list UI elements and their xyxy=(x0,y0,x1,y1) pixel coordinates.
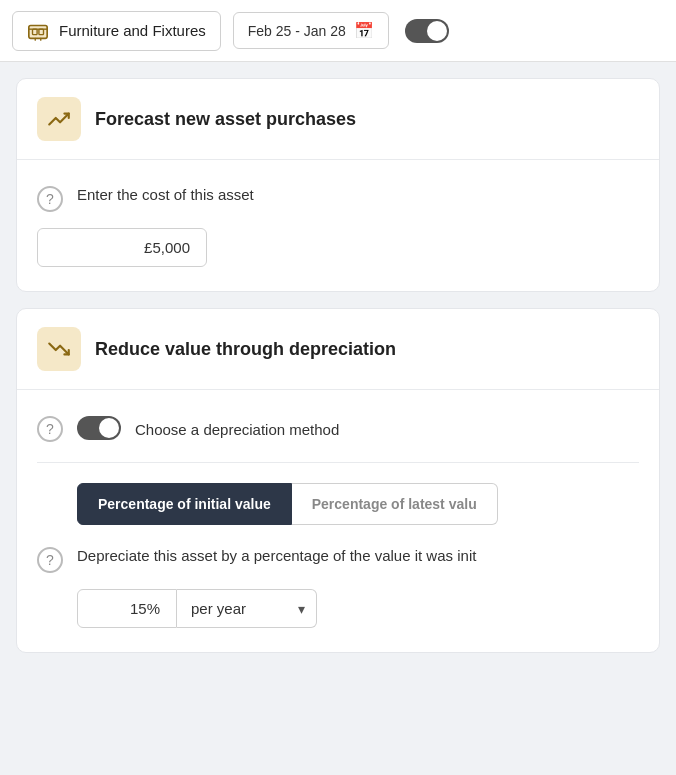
help-symbol-2: ? xyxy=(46,421,54,437)
method-toggle[interactable] xyxy=(77,416,121,440)
cost-help-icon[interactable]: ? xyxy=(37,186,63,212)
cost-label: Enter the cost of this asset xyxy=(77,184,254,203)
depreciation-icon xyxy=(37,327,81,371)
depreciation-card: Reduce value through depreciation ? Choo… xyxy=(16,308,660,653)
initial-value-button[interactable]: Percentage of initial value xyxy=(77,483,292,525)
method-buttons-wrapper: Percentage of initial value Percentage o… xyxy=(77,483,639,525)
method-label: Choose a depreciation method xyxy=(135,419,339,438)
date-range-text: Feb 25 - Jan 28 xyxy=(248,23,346,39)
topbar: Furniture and Fixtures Feb 25 - Jan 28 📅 xyxy=(0,0,676,62)
period-select-wrapper: per year per month per quarter ▾ xyxy=(177,589,317,628)
topbar-toggle[interactable] xyxy=(405,19,449,43)
period-select[interactable]: per year per month per quarter xyxy=(177,589,317,628)
percentage-field-row: ? Depreciate this asset by a percentage … xyxy=(37,545,639,573)
depreciation-title: Reduce value through depreciation xyxy=(95,339,396,360)
topbar-toggle-area xyxy=(405,19,449,43)
cost-field-row: ? Enter the cost of this asset xyxy=(37,184,639,212)
method-help-icon[interactable]: ? xyxy=(37,416,63,442)
method-toggle-slider[interactable] xyxy=(77,416,121,440)
pct-help-icon[interactable]: ? xyxy=(37,547,63,573)
forecast-card: Forecast new asset purchases ? Enter the… xyxy=(16,78,660,292)
asset-icon xyxy=(27,20,49,42)
help-symbol: ? xyxy=(46,191,54,207)
forecast-icon xyxy=(37,97,81,141)
method-row: ? Choose a depreciation method xyxy=(37,414,639,463)
percentage-inputs-wrapper: per year per month per quarter ▾ xyxy=(77,589,639,628)
forecast-card-header: Forecast new asset purchases xyxy=(17,79,659,160)
forecast-card-body: ? Enter the cost of this asset xyxy=(17,160,659,291)
method-area: Choose a depreciation method xyxy=(77,416,339,440)
percentage-input[interactable] xyxy=(77,589,177,628)
asset-title: Furniture and Fixtures xyxy=(59,22,206,39)
calendar-icon: 📅 xyxy=(354,21,374,40)
main-content: Forecast new asset purchases ? Enter the… xyxy=(0,62,676,669)
depreciation-card-body: ? Choose a depreciation method Percentag… xyxy=(17,390,659,652)
asset-title-group[interactable]: Furniture and Fixtures xyxy=(12,11,221,51)
forecast-title: Forecast new asset purchases xyxy=(95,109,356,130)
pct-label: Depreciate this asset by a percentage of… xyxy=(77,545,476,566)
cost-input[interactable] xyxy=(37,228,207,267)
svg-rect-0 xyxy=(29,25,47,38)
date-range-picker[interactable]: Feb 25 - Jan 28 📅 xyxy=(233,12,389,49)
help-symbol-3: ? xyxy=(46,552,54,568)
latest-value-button[interactable]: Percentage of latest valu xyxy=(292,483,498,525)
toggle-slider[interactable] xyxy=(405,19,449,43)
depreciation-card-header: Reduce value through depreciation xyxy=(17,309,659,390)
method-buttons: Percentage of initial value Percentage o… xyxy=(77,483,639,525)
cost-input-wrapper xyxy=(37,228,639,267)
